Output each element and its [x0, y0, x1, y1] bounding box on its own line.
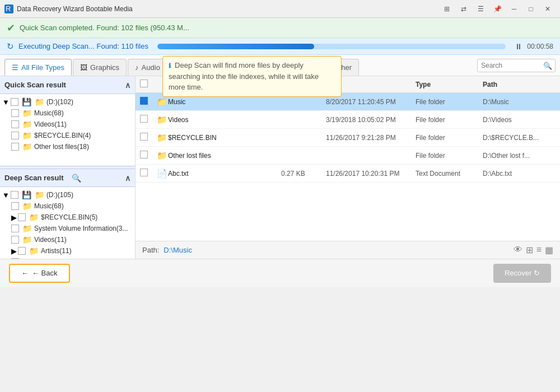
deep-scan-collapse-icon[interactable]: ∧: [125, 174, 130, 183]
tree-item-music[interactable]: 📁 Music(68): [9, 108, 135, 119]
row-icon-music: 📁: [157, 97, 168, 107]
row-check-abc[interactable]: [140, 169, 157, 178]
row-icon-videos: 📁: [157, 115, 168, 125]
row-size-abc: 0.27 KB: [281, 170, 326, 178]
deep-recycle-folder-icon: 📁: [29, 213, 39, 222]
tree-checkbox-music[interactable]: [11, 109, 19, 117]
tree-item-drive-d[interactable]: ▼ 💾 📁 (D:)(102): [0, 96, 135, 108]
row-type-music: File folder: [416, 98, 483, 106]
grid-view-icon[interactable]: ⊞: [526, 245, 533, 255]
row-checkbox-other-lost[interactable]: [140, 151, 148, 158]
row-check-recycle[interactable]: [140, 133, 157, 142]
deep-sysinfo-folder-icon: 📁: [22, 224, 32, 233]
tree-checkbox-recycle[interactable]: [11, 132, 19, 139]
row-icon-other-lost: 📁: [157, 151, 168, 161]
detail-view-icon[interactable]: ▦: [545, 245, 553, 255]
quick-scan-status: ✔ Quick Scan completed. Found: 102 files…: [0, 18, 560, 38]
deep-tree-item-drive-d[interactable]: ▼ 💾 📁 (D:)(105): [0, 189, 135, 200]
quick-scan-status-text: Quick Scan completed. Found: 102 files (…: [20, 24, 189, 32]
deep-tree-item-artists[interactable]: ▶ 📁 Artists(11): [9, 245, 135, 256]
deep-tree-item-recycle[interactable]: ▶ 📁 $RECYCLE.BIN(5): [9, 212, 135, 223]
other-lost-folder-icon: 📁: [22, 142, 32, 151]
deep-tree-checkbox-videos[interactable]: [11, 236, 19, 244]
deep-tree-checkbox-music[interactable]: [11, 202, 19, 210]
deep-tree-checkbox-artists[interactable]: [18, 247, 26, 255]
deep-scan-tooltip: Deep Scan will find more files by deeply…: [162, 56, 342, 97]
table-row[interactable]: 📁 Other lost files File folder D:\Other …: [136, 147, 560, 165]
deep-tree-checkbox-drive-d[interactable]: [11, 191, 18, 199]
tab-graphics-label: Graphics: [90, 63, 119, 72]
deep-drive-icon: 💾: [22, 190, 31, 199]
back-button[interactable]: ← ← Back: [9, 264, 70, 283]
deep-tree-label-artists: Artists(11): [41, 247, 72, 255]
deep-tree-checkbox-recycle[interactable]: [18, 213, 26, 221]
preview-icon[interactable]: 👁: [514, 245, 522, 255]
window-info-btn[interactable]: ☰: [473, 2, 488, 16]
header-checkbox[interactable]: [140, 80, 148, 87]
deep-tree-item-music[interactable]: 📁 Music(68): [9, 200, 135, 212]
window-title: Data Recovery Wizard Bootable Media: [17, 5, 436, 13]
deep-tree-item-mp3[interactable]: 📁 MP3 Music file(6): [9, 256, 135, 259]
view-icons: 👁 ⊞ ≡ ▦: [514, 245, 553, 255]
pause-icon[interactable]: ⏸: [515, 42, 522, 51]
minimize-btn[interactable]: ─: [506, 2, 522, 16]
quick-scan-collapse-icon[interactable]: ∧: [125, 81, 130, 90]
row-path-abc: D:\Abc.txt: [483, 170, 556, 178]
close-btn[interactable]: ✕: [540, 2, 556, 16]
deep-tree-collapse-icon: ▼: [2, 191, 10, 199]
back-arrow-icon: ←: [21, 269, 29, 277]
table-row[interactable]: 📁 $RECYCLE.BIN 11/26/2017 9:21:28 PM Fil…: [136, 129, 560, 147]
deep-scan-header: Deep Scan result 🔍 ∧: [0, 169, 135, 187]
tree-item-videos[interactable]: 📁 Videos(11): [9, 119, 135, 130]
deep-tree-item-videos[interactable]: 📁 Videos(11): [9, 234, 135, 245]
deep-tree-label-drive-d: (D:)(105): [46, 191, 73, 199]
deep-videos-folder-icon: 📁: [22, 235, 32, 244]
window-controls: ⊞ ⇄ ☰ 📌 ─ □ ✕: [439, 2, 556, 16]
title-bar: R Data Recovery Wizard Bootable Media ⊞ …: [0, 0, 560, 18]
deep-tree-expand-artists: ▶: [11, 247, 17, 255]
deep-scan-label: Deep Scan result: [4, 174, 64, 182]
row-check-videos[interactable]: [140, 115, 157, 124]
recover-label: Recover ↻: [505, 269, 540, 277]
list-view-icon[interactable]: ≡: [536, 245, 542, 255]
deep-tree-checkbox-sysinfo[interactable]: [11, 225, 19, 232]
deep-scan-refresh-icon[interactable]: 🔍: [72, 174, 81, 183]
deep-scan-panel: Deep Scan result 🔍 ∧ ▼ 💾 📁 (D:)(105) 📁 M…: [0, 169, 135, 259]
recover-button[interactable]: Recover ↻: [493, 264, 551, 283]
deep-tree-item-sysinfo[interactable]: 📁 System Volume Information(3...: [9, 223, 135, 234]
row-name-abc: Abc.txt: [168, 170, 281, 178]
tab-audio-label: Audio: [142, 63, 160, 72]
tree-item-recycle[interactable]: 📁 $RECYCLE.BIN(4): [9, 130, 135, 141]
maximize-btn[interactable]: □: [523, 2, 539, 16]
table-row[interactable]: 📁 Videos 3/19/2018 10:05:02 PM File fold…: [136, 111, 560, 129]
row-checkbox-abc[interactable]: [140, 169, 148, 176]
tab-audio[interactable]: ♪ Audio: [128, 59, 167, 76]
tree-checkbox-other-lost[interactable]: [11, 143, 19, 151]
row-icon-recycle: 📁: [157, 133, 168, 143]
row-check-music[interactable]: [140, 97, 157, 106]
deep-tree-label-sysinfo: System Volume Information(3...: [34, 225, 128, 232]
row-check-other-lost[interactable]: [140, 151, 157, 160]
success-icon: ✔: [7, 22, 15, 34]
tooltip-text: Deep Scan will find more files by deeply…: [169, 61, 319, 91]
tree-item-other-lost[interactable]: 📁 Other lost files(18): [9, 141, 135, 152]
table-row[interactable]: 📄 Abc.txt 0.27 KB 11/26/2017 10:20:31 PM…: [136, 165, 560, 183]
recycle-folder-icon: 📁: [22, 131, 32, 140]
row-name-music: Music: [168, 98, 281, 106]
row-checkbox-recycle[interactable]: [140, 133, 148, 141]
window-transfer-btn[interactable]: ⇄: [456, 2, 472, 16]
row-checkbox-music[interactable]: [140, 97, 148, 105]
row-icon-abc: 📄: [157, 169, 168, 179]
row-checkbox-videos[interactable]: [140, 115, 148, 123]
all-types-icon: ☰: [12, 63, 18, 72]
tab-graphics[interactable]: 🖼 Graphics: [73, 59, 127, 76]
window-settings-btn[interactable]: ⊞: [439, 2, 455, 16]
deep-tree-checkbox-mp3[interactable]: [11, 258, 19, 259]
path-bar: Path: D:\Music 👁 ⊞ ≡ ▦: [136, 241, 560, 259]
tree-checkbox-drive-d[interactable]: [11, 98, 18, 106]
tree-checkbox-videos[interactable]: [11, 120, 19, 128]
deep-artists-folder-icon: 📁: [29, 246, 39, 255]
tab-all-file-types[interactable]: ☰ All File Types: [4, 59, 72, 76]
deep-scan-status: ↻ Executing Deep Scan... Found: 110 file…: [0, 38, 560, 55]
window-pin-btn[interactable]: 📌: [489, 2, 505, 16]
